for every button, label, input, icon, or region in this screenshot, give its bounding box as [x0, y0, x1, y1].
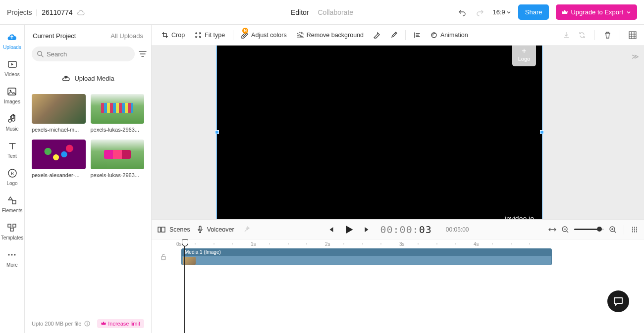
logo-r-icon: R: [7, 168, 18, 179]
share-button[interactable]: Share: [518, 4, 549, 20]
tool-fit-type[interactable]: Fit type: [191, 29, 229, 42]
nav-elements[interactable]: Elements: [2, 195, 23, 213]
tool-remove-bg[interactable]: Remove background: [293, 29, 368, 42]
tool-crop[interactable]: Crop: [158, 29, 189, 42]
thumbnails-grid: pexels-michael-m... pexels-lukas-2963...…: [25, 94, 151, 178]
tab-current-project[interactable]: Current Project: [33, 32, 76, 40]
svg-rect-17: [161, 227, 165, 232]
left-nav: Uploads Videos Images Music Text R Logo …: [0, 25, 25, 333]
tool-eraser[interactable]: [370, 29, 384, 42]
image-icon: [6, 86, 17, 97]
plus-icon: +: [522, 47, 526, 55]
clip-title: Media 1 (Image): [182, 249, 551, 256]
mode-tabs: Editor Collaborate: [291, 8, 353, 16]
timeline-ruler[interactable]: 0s 1s 2s 3s 4s: [152, 239, 644, 248]
svg-rect-8: [10, 228, 13, 231]
zoom-slider[interactable]: [574, 229, 604, 230]
main-area: Crop Fit type NAdjust colors Remove back…: [152, 25, 644, 333]
watermark: invideo.io: [505, 215, 534, 219]
timeline[interactable]: 0s 1s 2s 3s 4s Media 1 (Image): [152, 239, 644, 333]
search-box[interactable]: [32, 47, 135, 61]
grid-icon[interactable]: [627, 30, 638, 41]
media-tabs: Current Project All Uploads: [25, 25, 151, 47]
nav-templates[interactable]: Templates: [1, 222, 24, 240]
svg-rect-15: [629, 32, 636, 39]
collapse-right-panel-icon[interactable]: ≫: [632, 52, 639, 60]
crown-icon: [101, 321, 106, 326]
fit-width-icon[interactable]: [548, 227, 556, 233]
canvas-wrap[interactable]: + Logo invideo.io ≫: [152, 46, 644, 219]
thumb-3[interactable]: pexels-alexander-...: [32, 140, 86, 178]
logo-drop-zone[interactable]: + Logo: [512, 46, 536, 66]
upgrade-export-button[interactable]: Upgrade to Export: [556, 4, 637, 20]
clip-row: Media 1 (Image): [152, 248, 644, 265]
chevron-down-icon: [626, 10, 631, 15]
breadcrumb-sep: |: [36, 8, 38, 16]
tool-adjust-colors[interactable]: NAdjust colors: [237, 29, 291, 42]
svg-point-11: [14, 254, 16, 256]
prev-frame-icon[interactable]: [326, 226, 334, 234]
tool-align[interactable]: [410, 29, 425, 42]
top-right: 16:9 Share Upgrade to Export: [457, 4, 637, 20]
svg-rect-6: [8, 224, 11, 227]
svg-text:R: R: [10, 171, 14, 176]
playbar: Scenes Voiceover 00:00:03 00:05:00: [152, 219, 644, 239]
info-icon[interactable]: [84, 321, 90, 327]
tool-animation[interactable]: Animation: [427, 29, 472, 42]
thumb-1[interactable]: pexels-michael-m...: [32, 94, 86, 133]
cloud-sync-icon[interactable]: [77, 9, 85, 15]
canvas-frame[interactable]: + Logo invideo.io: [217, 46, 542, 219]
nav-music[interactable]: Music: [5, 113, 18, 132]
nav-uploads[interactable]: Uploads: [3, 32, 21, 50]
shapes-icon: [7, 195, 18, 206]
nav-videos[interactable]: Videos: [4, 59, 19, 77]
cloud-upload-icon: [61, 75, 70, 82]
timeline-options-icon[interactable]: [631, 226, 638, 233]
aspect-ratio-menu[interactable]: 16:9: [492, 8, 511, 16]
replace-icon[interactable]: [577, 30, 588, 41]
view-scenes[interactable]: Scenes: [158, 226, 190, 233]
video-icon: [7, 59, 18, 70]
tab-editor[interactable]: Editor: [291, 8, 309, 16]
timeline-clip[interactable]: Media 1 (Image): [181, 248, 552, 265]
project-id: 26110774: [42, 8, 72, 16]
svg-rect-1: [8, 88, 16, 95]
svg-rect-16: [158, 227, 161, 232]
svg-point-2: [10, 90, 11, 92]
play-icon[interactable]: [343, 224, 354, 235]
nav-more[interactable]: More: [6, 249, 18, 268]
search-input[interactable]: [47, 50, 130, 58]
tab-collaborate[interactable]: Collaborate: [318, 8, 353, 16]
breadcrumb-root[interactable]: Projects: [7, 8, 32, 16]
thumb-2[interactable]: pexels-lukas-2963...: [91, 94, 145, 133]
nav-images[interactable]: Images: [4, 86, 20, 104]
svg-rect-18: [199, 226, 201, 230]
nav-text[interactable]: Text: [7, 141, 18, 159]
svg-rect-5: [12, 200, 16, 204]
media-panel: Current Project All Uploads Upload Media…: [25, 25, 152, 333]
timecode: 00:00:03: [380, 224, 431, 236]
top-bar: Projects | 26110774 Editor Collaborate 1…: [0, 0, 644, 25]
lock-icon[interactable]: [161, 253, 172, 260]
breadcrumb: Projects | 26110774: [7, 8, 85, 16]
thumb-4[interactable]: pexels-lukas-2963...: [91, 140, 145, 178]
filter-icon[interactable]: [139, 50, 147, 57]
new-badge: N: [242, 28, 248, 34]
redo-icon[interactable]: [475, 7, 485, 18]
playhead[interactable]: [184, 240, 185, 333]
canvas-toolbar: Crop Fit type NAdjust colors Remove back…: [152, 25, 644, 46]
tool-color-picker[interactable]: [386, 29, 401, 42]
undo-icon[interactable]: [457, 7, 468, 18]
view-voiceover[interactable]: Voiceover: [197, 226, 234, 234]
magic-icon[interactable]: [241, 224, 252, 235]
upload-media-button[interactable]: Upload Media: [32, 69, 144, 87]
chat-fab[interactable]: [607, 290, 629, 312]
download-icon[interactable]: [561, 30, 572, 41]
nav-logo[interactable]: R Logo: [6, 168, 17, 186]
next-frame-icon[interactable]: [363, 226, 371, 234]
zoom-out-icon[interactable]: [561, 226, 569, 234]
tab-all-uploads[interactable]: All Uploads: [110, 32, 143, 40]
delete-icon[interactable]: [602, 30, 613, 41]
increase-limit-button[interactable]: Increase limit: [97, 319, 144, 328]
zoom-in-icon[interactable]: [609, 226, 617, 234]
